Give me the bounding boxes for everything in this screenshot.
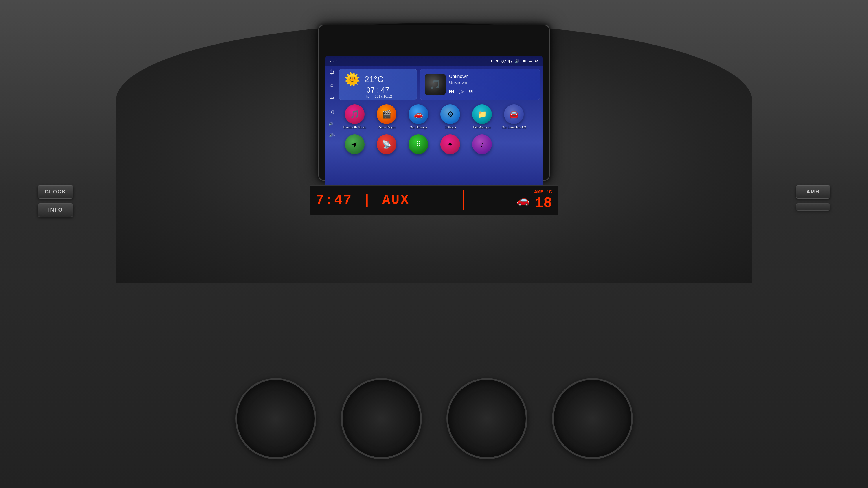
display-celsius-label: °C xyxy=(546,189,552,195)
display-temperature: 18 xyxy=(535,195,552,211)
drawer-icon: ⠿ xyxy=(408,134,428,154)
screen-bezel: ▭ ⌂ ✦ ▼ 07:47 🔊 36 ▬ ↩ ⏻ ⌂ ↩ ◁ 🔊+ 🔊- xyxy=(318,25,550,181)
file-manager-label: FileManager xyxy=(473,126,491,129)
display-time: 7:47 xyxy=(316,193,352,208)
volume-level: 36 xyxy=(522,59,526,63)
screen-content: 🌞 21°C 07 : 47 Thur 2017.10.12 🎵 xyxy=(326,66,542,200)
status-bar: ▭ ⌂ ✦ ▼ 07:47 🔊 36 ▬ ↩ xyxy=(326,56,542,66)
screen-icon: ▭ xyxy=(330,59,334,63)
vol-up-nav-icon[interactable]: 🔊+ xyxy=(328,122,336,126)
video-player-label: Video Player xyxy=(378,126,396,129)
right-lower-button[interactable] xyxy=(796,203,830,211)
status-bar-right: ✦ ▼ 07:47 🔊 36 ▬ ↩ xyxy=(490,59,538,64)
app-radio[interactable]: 📡 xyxy=(371,134,402,156)
app-car-launcher[interactable]: 🚘 Car Launcher AG xyxy=(498,104,530,129)
clock-button[interactable]: CLOCK xyxy=(38,185,73,199)
status-bar-left: ▭ ⌂ xyxy=(330,59,338,63)
radio-icon: 📡 xyxy=(377,134,396,154)
display-amb-label: AMB xyxy=(534,189,544,195)
weather-full-date: 2017.10.12 xyxy=(375,95,392,99)
info-button[interactable]: INFO xyxy=(38,203,73,217)
music-controls: ⏮ ▷ ⏭ xyxy=(449,88,535,95)
settings-icon: ⚙ xyxy=(440,104,460,124)
apps-grid: 🎵 Bluetooth Music 🎬 Video Player 🚗 xyxy=(339,104,540,158)
volume-status-icon: 🔊 xyxy=(515,59,519,63)
weather-temperature: 21°C xyxy=(364,74,384,84)
car-launcher-label: Car Launcher AG xyxy=(502,126,526,129)
bluetooth-icon: ✦ xyxy=(440,134,460,154)
car-settings-icon: 🚗 xyxy=(408,104,428,124)
power-nav-icon[interactable]: ⏻ xyxy=(328,69,336,75)
display-separator: | xyxy=(363,193,372,208)
android-screen: ▭ ⌂ ✦ ▼ 07:47 🔊 36 ▬ ↩ ⏻ ⌂ ↩ ◁ 🔊+ 🔊- xyxy=(326,56,542,200)
music-widget: 🎵 Unknown Unknown ⏮ ▷ ⏭ xyxy=(420,68,540,100)
bluetooth-status-icon: ✦ xyxy=(490,59,493,63)
music-play-button[interactable]: ▷ xyxy=(459,88,464,95)
top-widgets-row: 🌞 21°C 07 : 47 Thur 2017.10.12 🎵 xyxy=(339,68,540,100)
app-drawer[interactable]: ⠿ xyxy=(402,134,434,156)
wifi-status-icon: ▼ xyxy=(495,59,499,63)
home-status-icon: ⌂ xyxy=(336,59,338,63)
music-album-art: 🎵 xyxy=(425,74,445,95)
apps-row-1: 🎵 Bluetooth Music 🎬 Video Player 🚗 xyxy=(339,104,540,132)
weather-top: 🌞 21°C xyxy=(344,73,411,86)
ventilation-area xyxy=(231,378,637,459)
app-video-player[interactable]: 🎬 Video Player xyxy=(371,104,402,129)
music-prev-button[interactable]: ⏮ xyxy=(449,88,454,94)
app-music[interactable]: ♪ xyxy=(466,134,498,156)
navigation-icon: ➤ xyxy=(345,134,365,154)
display-temp-group: AMB °C 18 xyxy=(534,189,552,211)
app-bluetooth[interactable]: ✦ xyxy=(434,134,466,156)
app-car-settings[interactable]: 🚗 Car Settings xyxy=(402,104,434,129)
display-car-icon: 🚗 xyxy=(517,194,529,207)
vent-center-right xyxy=(446,378,527,459)
vol-down-nav-icon[interactable]: 🔊- xyxy=(328,133,336,137)
side-navigation: ⏻ ⌂ ↩ ◁ 🔊+ 🔊- xyxy=(328,66,336,140)
video-player-icon: 🎬 xyxy=(377,104,396,124)
battery-status-icon: ▬ xyxy=(529,59,532,63)
vent-center-left xyxy=(341,378,422,459)
music-info: Unknown Unknown ⏮ ▷ ⏭ xyxy=(449,74,535,95)
vent-right xyxy=(552,378,633,459)
display-time-aux: 7:47 | AUX xyxy=(316,193,410,208)
music-app-icon: ♪ xyxy=(472,134,492,154)
music-artist: Unknown xyxy=(449,80,535,85)
physical-buttons-right: AMB xyxy=(796,185,830,211)
file-manager-icon: 📁 xyxy=(472,104,492,124)
physical-buttons-left: CLOCK INFO xyxy=(38,185,73,217)
app-settings[interactable]: ⚙ Settings xyxy=(434,104,466,129)
back-nav-icon[interactable]: ↩ xyxy=(328,95,336,101)
car-launcher-icon: 🚘 xyxy=(504,104,524,124)
bluetooth-music-label: Bluetooth Music xyxy=(343,126,366,129)
app-navigation[interactable]: ➤ xyxy=(339,134,371,156)
vent-left xyxy=(235,378,316,459)
home-nav-icon[interactable]: ⌂ xyxy=(328,82,336,88)
display-bar: 7:47 | AUX 🚗 AMB °C 18 xyxy=(310,185,558,216)
app-bluetooth-music[interactable]: 🎵 Bluetooth Music xyxy=(339,104,371,129)
sun-icon: 🌞 xyxy=(344,73,360,86)
app-file-manager[interactable]: 📁 FileManager xyxy=(466,104,498,129)
display-source: AUX xyxy=(382,193,410,208)
display-divider xyxy=(463,190,464,210)
music-next-button[interactable]: ⏭ xyxy=(468,88,474,94)
amb-button[interactable]: AMB xyxy=(796,185,830,199)
weather-day: Thur xyxy=(364,95,371,99)
bluetooth-music-icon: 🎵 xyxy=(345,104,365,124)
weather-widget: 🌞 21°C 07 : 47 Thur 2017.10.12 xyxy=(339,68,417,100)
status-time: 07:47 xyxy=(501,59,513,64)
weather-date: Thur 2017.10.12 xyxy=(344,95,411,99)
music-title: Unknown xyxy=(449,74,535,79)
weather-time: 07 : 47 xyxy=(344,86,411,95)
display-amb-row: AMB °C xyxy=(534,189,552,195)
back-status-icon: ↩ xyxy=(535,59,538,63)
apps-row-2: ➤ 📡 ⠿ ✦ xyxy=(339,134,540,158)
settings-label: Settings xyxy=(444,126,456,129)
car-settings-label: Car Settings xyxy=(410,126,427,129)
nav-arrow-icon[interactable]: ◁ xyxy=(328,108,336,115)
display-right: 🚗 AMB °C 18 xyxy=(517,189,552,211)
